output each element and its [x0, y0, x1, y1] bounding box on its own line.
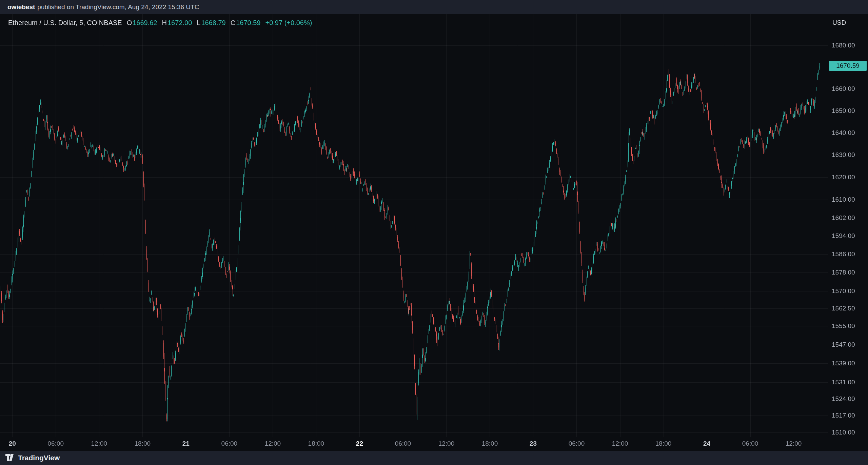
tradingview-published-chart: owiebest published on TradingView.com, A…: [0, 0, 868, 465]
price-tick-label: 1539.00: [832, 360, 855, 367]
price-tick-label: 1620.00: [832, 174, 855, 181]
ohlc-close: C1670.59: [231, 19, 261, 27]
price-tick-label: 1602.00: [832, 214, 855, 222]
last-price-badge: 1670.59: [829, 61, 867, 71]
time-tick-label: 12:00: [431, 440, 461, 447]
time-axis[interactable]: 2006:0012:0018:002106:0012:0018:002206:0…: [0, 437, 828, 451]
time-tick-label: 20: [0, 440, 27, 447]
price-tick-label: 1650.00: [832, 107, 855, 115]
time-tick-label: 23: [518, 440, 548, 447]
time-tick-label: 12:00: [778, 440, 809, 447]
time-tick-label: 06:00: [214, 440, 244, 447]
price-tick-label: 1594.00: [832, 232, 855, 240]
time-tick-label: 12:00: [257, 440, 288, 447]
publish-bar: owiebest published on TradingView.com, A…: [0, 0, 868, 14]
time-tick-label: 22: [344, 440, 375, 447]
chart-canvas[interactable]: [0, 14, 828, 437]
ohlc-high: H1672.00: [162, 19, 192, 27]
price-tick-label: 1555.00: [832, 322, 855, 330]
change-value: +0.97 (+0.06%): [265, 19, 312, 27]
symbol-legend: Ethereum / U.S. Dollar, 5, COINBASE O166…: [8, 19, 312, 27]
publish-username: owiebest: [7, 3, 35, 11]
price-tick-label: 1660.00: [832, 85, 855, 93]
time-tick-label: 12:00: [605, 440, 635, 447]
symbol-title[interactable]: Ethereum / U.S. Dollar, 5, COINBASE: [8, 19, 122, 27]
price-tick-label: 1510.00: [832, 429, 855, 436]
time-tick-label: 06:00: [40, 440, 71, 447]
time-tick-label: 12:00: [84, 440, 114, 447]
price-tick-label: 1578.00: [832, 269, 855, 276]
footer-bar: TradingView: [0, 451, 868, 465]
chart-region: Ethereum / U.S. Dollar, 5, COINBASE O166…: [0, 14, 868, 451]
price-tick-label: 1562.50: [832, 305, 855, 312]
time-tick-label: 06:00: [388, 440, 418, 447]
currency-label: USD: [832, 19, 846, 26]
price-tick-label: 1531.00: [832, 379, 855, 386]
price-axis[interactable]: USD 1670.59 1680.001660.001650.001640.00…: [828, 14, 868, 437]
price-tick-label: 1586.00: [832, 250, 855, 258]
time-tick-label: 06:00: [561, 440, 592, 447]
price-tick-label: 1630.00: [832, 151, 855, 159]
ohlc-low: L1668.79: [197, 19, 225, 27]
time-tick-label: 18:00: [301, 440, 331, 447]
publish-info-text: published on TradingView.com, Aug 24, 20…: [37, 3, 199, 11]
time-tick-label: 21: [171, 440, 201, 447]
time-tick-label: 06:00: [735, 440, 766, 447]
time-tick-label: 18:00: [127, 440, 158, 447]
tradingview-wordmark[interactable]: TradingView: [18, 454, 60, 462]
price-tick-label: 1524.00: [832, 395, 855, 403]
price-tick-label: 1517.00: [832, 412, 855, 419]
time-tick-label: 24: [692, 440, 722, 447]
tradingview-logo-icon[interactable]: [5, 454, 15, 462]
price-tick-label: 1680.00: [832, 42, 855, 49]
time-tick-label: 18:00: [474, 440, 505, 447]
price-tick-label: 1610.00: [832, 196, 855, 203]
time-tick-label: 18:00: [648, 440, 679, 447]
price-tick-label: 1640.00: [832, 129, 855, 137]
price-tick-label: 1570.00: [832, 287, 855, 295]
price-tick-label: 1547.00: [832, 341, 855, 348]
ohlc-open: O1669.62: [127, 19, 157, 27]
